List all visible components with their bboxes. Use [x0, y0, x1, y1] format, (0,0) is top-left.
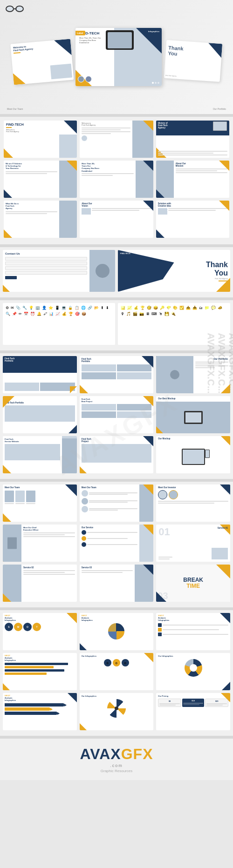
slide-break-time[interactable]: 03 BREAK TIME	[156, 565, 230, 602]
slide-vision[interactable]: About OurVision	[80, 201, 153, 238]
slide-our-mockup[interactable]: Our Mockup	[156, 436, 230, 473]
slide-swot-5[interactable]: SWOT AnalysisInfographics	[3, 693, 77, 730]
slide-our-portfolio[interactable]: Our Portfolio	[156, 356, 230, 393]
slide-swot-2[interactable]: SWOT AnalysisInfographics	[80, 613, 154, 650]
avax-dotcom: .com	[7, 763, 226, 768]
team-row-1: Meet Our Team	[3, 484, 230, 522]
swot-section: SWOT AnalysisInfographics S W O T SWOT A…	[0, 610, 233, 736]
portfolio-row-3: Find-TechService Website Find-TechProjec…	[3, 436, 230, 473]
contact-thankyou-section: Contact Us	[0, 247, 233, 297]
slide-mission[interactable]: About OurMission	[156, 161, 229, 198]
slide-investor[interactable]: Meet Our Investor	[156, 484, 230, 522]
slide-infographic-2[interactable]: Our Infographics	[156, 653, 230, 690]
team-row-2: Meet Our ChiefExecutive Officer Our Serv…	[3, 525, 230, 562]
slide-service-website[interactable]: Find-TechService Website	[3, 436, 77, 473]
slide-thank-you[interactable]: ThankYou Find-Tech Agency FIND-TECH	[118, 250, 230, 292]
slide-service-02[interactable]: Service 02	[3, 565, 77, 602]
meet-team-label: Meet Our Team	[7, 108, 23, 110]
slide-ceo[interactable]: Meet Our ChiefExecutive Officer	[3, 525, 77, 562]
slide-swot-1[interactable]: SWOT AnalysisInfographics S W O T	[3, 613, 77, 650]
avax-logo: AVAXGFX	[80, 746, 153, 763]
slide-creative[interactable]: Solution withCreative Idea	[156, 201, 229, 238]
slide-swot-3[interactable]: SWOT AnalysisInfographics	[156, 613, 230, 650]
team-row-3: Service 02 Service 03	[3, 565, 230, 602]
glasses-decoration	[6, 6, 24, 9]
slide-meet-team-1[interactable]: Meet Our Team	[3, 484, 77, 522]
slide-portfolio-2[interactable]: Find-TechPortfolio	[80, 356, 154, 393]
slide-it-solution[interactable]: We are IT Solution& Technology forYour B…	[4, 161, 77, 198]
avax-bottom-section: AVAXGFX .com Graphic Resources	[0, 739, 233, 780]
slide-icons-1[interactable]: ⚙ ✉ 📎 🔧 💡 🏢 👤 ⭐ 📱 💻 🔒 📋 🌐 🔗 📂 ⬆ ⬇ 🔍 📌	[3, 303, 115, 345]
slide-service-01[interactable]: 01 Service 01	[156, 525, 230, 562]
portfolio-row-2: Find-Tech Portfolio Find-TechBeat Projec…	[3, 396, 230, 433]
portfolio-label: Our Portfolio	[213, 108, 226, 110]
icons-row: ⚙ ✉ 📎 🔧 💡 🏢 👤 ⭐ 📱 💻 🔒 📋 🌐 🔗 📂 ⬆ ⬇ 🔍 📌	[3, 303, 230, 345]
slide-contact-us[interactable]: Contact Us	[3, 250, 115, 292]
portfolio-row-1: Find-TechPortfolio Find-TechPortfolio	[3, 356, 230, 393]
thank-you-text: ThankYou	[206, 261, 228, 277]
intro-slides-section: FIND-TECH Welcome to Find-Tech Agency We…	[0, 117, 233, 244]
hero-slide-left: Welcome to Find-Tech Agency	[10, 39, 74, 85]
slide-project[interactable]: Find-TechProject	[80, 436, 154, 473]
intro-row-2: We are IT Solution& Technology forYour B…	[4, 161, 229, 198]
team-section: Meet Our Team	[0, 482, 233, 607]
avax-subtitle: Graphic Resources	[7, 769, 226, 773]
portfolio-section: Find-TechPortfolio Find-TechPortfolio	[0, 353, 233, 479]
slide-find-tech-welcome[interactable]: FIND-TECH Welcome to Find-Tech Agency	[4, 121, 77, 158]
intro-row-3: What We Do inFind-TechAgency About OurVi…	[4, 201, 229, 238]
break-time-subtitle: TIME	[183, 583, 203, 589]
slide-history[interactable]: History of Find-Tech Agency	[156, 121, 229, 158]
swot-row-1: SWOT AnalysisInfographics S W O T SWOT A…	[3, 613, 230, 650]
intro-row-1: FIND-TECH Welcome to Find-Tech Agency We…	[4, 121, 229, 158]
slide-pricing[interactable]: Our Pricing $9 $19 $29	[156, 693, 230, 730]
hero-section: Welcome to Find-Tech Agency Label FIND-T…	[0, 0, 233, 114]
swot-row-2: SWOT AnalysisInfographics Our Infographi…	[3, 653, 230, 690]
contact-us-title: Contact Us	[5, 252, 87, 255]
slide-our-service[interactable]: Our Service	[80, 525, 154, 562]
slide-portfolio-3[interactable]: Find-Tech Portfolio	[3, 396, 77, 433]
hero-slide-center: Label FIND-TECH More Than 20+ Years Our …	[75, 28, 162, 86]
slide-beat-project[interactable]: Find-TechBeat Project	[80, 396, 154, 433]
hero-slide-stack: Welcome to Find-Tech Agency Label FIND-T…	[5, 5, 228, 109]
slide-infographic-1[interactable]: Our Infographics ⚙ ⚙ ⚙	[80, 653, 154, 690]
slide-swot-4[interactable]: SWOT AnalysisInfographics	[3, 653, 77, 690]
gfx-text: GFX	[121, 746, 153, 763]
slide-icons-2[interactable]: 📊 📈 💰 🏆 🎯 📦 🔑 💎 🎨 ✅ 📤 📥 🗂 📁 💬 📣 🎙 🎵 🎬	[118, 303, 230, 345]
slide-what-we-do[interactable]: What We Do inFind-TechAgency	[4, 201, 77, 238]
slide-service-03[interactable]: Service 03	[80, 565, 154, 602]
slide-best-mockup[interactable]: Our Best Mockup	[156, 396, 230, 433]
hero-slide-right: Thank You Find-Tech Agency	[164, 40, 222, 81]
icons-section: ⚙ ✉ 📎 🔧 💡 🏢 👤 ⭐ 📱 💻 🔒 📋 🌐 🔗 📂 ⬆ ⬇ 🔍 📌	[0, 300, 233, 350]
swot-row-3: SWOT AnalysisInfographics	[3, 693, 230, 730]
slide-welcome-img[interactable]: Welcome to Find-Tech Agency	[80, 121, 153, 158]
slide-20years[interactable]: More Than 20+Years OurCompany Has BeenEs…	[80, 161, 153, 198]
avax-text: AVAX	[80, 746, 121, 763]
slide-meet-team-2[interactable]: Meet Our Team	[80, 484, 154, 522]
slide-infographic-3[interactable]: Our Infographics	[80, 693, 154, 730]
contact-thankyou-row: Contact Us	[3, 250, 230, 292]
slide-portfolio-1[interactable]: Find-TechPortfolio	[3, 356, 77, 393]
